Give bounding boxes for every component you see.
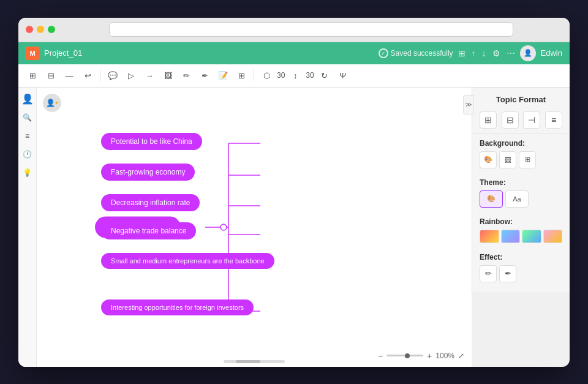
rainbow-option-4[interactable] — [543, 230, 563, 243]
saved-check-icon: ✓ — [379, 48, 388, 58]
refresh-icon[interactable]: ↻ — [317, 67, 333, 83]
main-area: 👤 🔍 ≡ 🕐 💡 👤● — [18, 88, 570, 367]
font-size-value: 30 — [277, 71, 285, 80]
header-icons: ⊞ ↑ ↓ ⚙ ⋯ — [458, 48, 515, 58]
panel-top-icons: ⊞ ⊟ ⊣ ≡ — [472, 109, 570, 134]
background-options: 🎨 🖼 ⊞ — [480, 151, 562, 168]
branch-node-2[interactable]: Decreasing inflation rate — [101, 194, 200, 211]
saved-label: Saved successfully — [391, 49, 453, 58]
zoom-controls: − + 100% ⤢ — [378, 351, 464, 361]
branch-node-4[interactable]: Small and medium entrepreneurs are the b… — [101, 253, 274, 269]
layout-icon-4[interactable]: ≡ — [545, 111, 562, 129]
rainbow-option-2[interactable] — [501, 230, 521, 243]
tool-undo[interactable]: ↩ — [80, 67, 96, 83]
left-sidebar: 👤 🔍 ≡ 🕐 💡 — [18, 88, 37, 367]
svg-point-8 — [221, 224, 227, 230]
project-name: Project_01 — [44, 48, 82, 58]
panel-title: Topic Format — [472, 92, 570, 109]
share-icon[interactable]: ⊞ — [458, 48, 466, 58]
rainbow-grid — [480, 230, 562, 243]
effect-options: ✏ ✒ — [480, 265, 562, 282]
tool-arrow[interactable]: → — [141, 67, 157, 83]
layout-icon-1[interactable]: ⊞ — [480, 111, 497, 129]
zoom-percent: 100% — [435, 352, 454, 360]
zoom-slider[interactable] — [386, 355, 423, 356]
branch-node-5[interactable]: Interesting opportunities for foreign in… — [101, 299, 254, 315]
title-bar — [18, 18, 570, 42]
left-layers-icon[interactable]: ≡ — [21, 129, 34, 143]
psi-icon[interactable]: Ψ — [335, 67, 351, 83]
font-size-display: 30 — [277, 71, 285, 80]
tool-pen[interactable]: ✏ — [178, 67, 194, 83]
tool-note[interactable]: 📝 — [215, 67, 231, 83]
panel-collapse-button[interactable]: ≫ — [463, 95, 474, 115]
layout-icon-2[interactable]: ⊟ — [502, 111, 519, 129]
settings-icon[interactable]: ⚙ — [492, 48, 500, 58]
branch-node-3[interactable]: Negative trade balance — [101, 222, 196, 239]
canvas: 👤● — [37, 88, 472, 367]
left-avatar-icon[interactable]: 👤 — [21, 92, 34, 106]
bg-color-option[interactable]: 🎨 — [480, 151, 497, 168]
zoom-out-button[interactable]: − — [378, 351, 383, 361]
left-clock-icon[interactable]: 🕐 — [21, 148, 34, 161]
layout-icon-3[interactable]: ⊣ — [523, 111, 540, 129]
theme-options: 🎨 Aa — [480, 190, 562, 208]
tool-draw[interactable]: ✒ — [197, 67, 213, 83]
rainbow-section: Rainbow: — [472, 213, 570, 248]
app-header: M Project_01 ✓ Saved successfully ⊞ ↑ ↓ … — [18, 42, 570, 64]
effect-section: Effect: ✏ ✒ — [472, 248, 570, 287]
zoom-slider-thumb — [405, 353, 410, 358]
saved-status: ✓ Saved successfully — [379, 48, 453, 58]
theme-section: Theme: 🎨 Aa — [472, 173, 570, 213]
background-section: Background: 🎨 🖼 ⊞ — [472, 134, 570, 173]
right-panel: Topic Format ⊞ ⊟ ⊣ ≡ Background: 🎨 🖼 ⊞ — [472, 88, 570, 292]
left-bulb-icon[interactable]: 💡 — [21, 166, 34, 179]
avatar[interactable]: 👤 — [520, 45, 536, 61]
toolbar: ⊞ ⊟ — ↩ 💬 ▷ → 🖼 ✏ ✒ 📝 ⊞ ⬡ 30 ↕ 30 ↻ Ψ — [18, 64, 570, 88]
import-icon[interactable]: ↓ — [482, 48, 486, 58]
theme-color-option[interactable]: 🎨 — [480, 190, 503, 208]
traffic-lights — [26, 26, 55, 33]
tool-layout[interactable]: ⊞ — [24, 67, 40, 83]
rainbow-label: Rainbow: — [480, 217, 562, 226]
toolbar-sep-1 — [100, 69, 100, 81]
canvas-avatar: 👤● — [43, 94, 61, 112]
panel-wrapper: ≫ Topic Format ⊞ ⊟ ⊣ ≡ Background: 🎨 🖼 — [472, 88, 570, 367]
line-height-icon[interactable]: ↕ — [287, 67, 303, 83]
canvas-scrollbar[interactable] — [224, 360, 285, 363]
tool-duplicate[interactable]: ⊟ — [43, 67, 59, 83]
canvas-scrollbar-thumb — [236, 360, 260, 363]
tool-node-icon[interactable]: ⬡ — [258, 67, 274, 83]
tool-grid[interactable]: ⊞ — [233, 67, 249, 83]
rainbow-option-1[interactable] — [480, 230, 499, 243]
bg-image-option[interactable]: 🖼 — [499, 151, 516, 168]
branch-node-1[interactable]: Fast-growing economy — [101, 164, 195, 181]
line-height-display: 30 — [306, 71, 314, 80]
effect-label: Effect: — [480, 253, 562, 262]
tool-line[interactable]: — — [61, 67, 77, 83]
mindmap: Economic Factors Potential to be like Ch… — [70, 123, 377, 331]
theme-font-option[interactable]: Aa — [505, 190, 529, 208]
rainbow-option-3[interactable] — [522, 230, 541, 243]
line-height-value: 30 — [306, 71, 314, 80]
effect-pen-icon[interactable]: ✏ — [480, 265, 497, 282]
tool-image[interactable]: 🖼 — [160, 67, 176, 83]
expand-icon[interactable]: ⤢ — [458, 352, 464, 360]
branch-node-0[interactable]: Potential to be like China — [101, 133, 202, 150]
tool-comment[interactable]: 💬 — [105, 67, 121, 83]
more-icon[interactable]: ⋯ — [507, 48, 515, 58]
tool-play[interactable]: ▷ — [123, 67, 139, 83]
app-logo: M — [26, 47, 39, 60]
minimize-button[interactable] — [37, 26, 44, 33]
bg-pattern-option[interactable]: ⊞ — [519, 151, 536, 168]
close-button[interactable] — [26, 26, 33, 33]
theme-label: Theme: — [480, 178, 562, 187]
effect-draw-icon[interactable]: ✒ — [499, 265, 516, 282]
search-bar[interactable] — [109, 22, 513, 37]
maximize-button[interactable] — [48, 26, 55, 33]
user-name: Edwin — [541, 48, 562, 58]
background-label: Background: — [480, 139, 562, 148]
left-search-icon[interactable]: 🔍 — [21, 111, 34, 124]
export-icon[interactable]: ↑ — [472, 48, 476, 58]
zoom-in-button[interactable]: + — [427, 351, 432, 361]
